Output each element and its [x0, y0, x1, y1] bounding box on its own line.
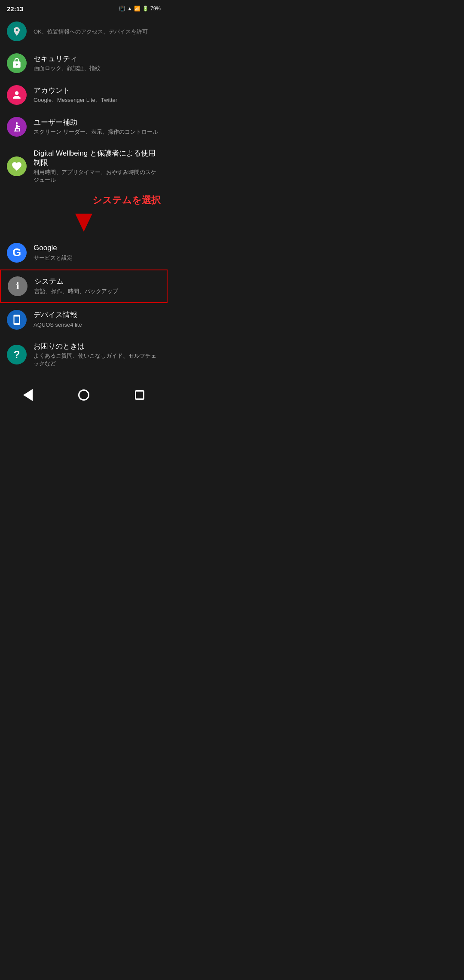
partial-item-text: OK、位置情報へのアクセス、デバイスを許可	[34, 27, 161, 36]
battery-icon: 🔋	[142, 6, 149, 12]
accessibility-icon	[7, 117, 27, 137]
svg-marker-1	[75, 214, 92, 232]
settings-list: セキュリティ 画面ロック、顔認証、指紋 アカウント Google、Messeng…	[0, 47, 168, 374]
accessibility-subtitle: スクリーン リーダー、表示、操作のコントロール	[34, 128, 161, 136]
help-icon: ?	[7, 345, 27, 364]
battery-percent: 79%	[150, 6, 161, 12]
device-icon	[7, 310, 27, 330]
back-icon	[23, 389, 33, 401]
annotation-text: システムを選択	[92, 195, 161, 205]
help-text: お困りのときは よくあるご質問、使いこなしガイド、セルフチェックなど	[34, 342, 161, 368]
system-icon: ℹ	[8, 276, 27, 296]
device-text: デバイス情報 AQUOS sense4 lite	[34, 310, 161, 328]
partial-item-icon	[7, 21, 27, 41]
settings-item-account[interactable]: アカウント Google、Messenger Lite、Twitter	[0, 79, 168, 111]
help-title: お困りのときは	[34, 342, 161, 351]
annotation-container: システムを選択	[0, 190, 168, 207]
settings-item-device[interactable]: デバイス情報 AQUOS sense4 lite	[0, 304, 168, 336]
security-text: セキュリティ 画面ロック、顔認証、指紋	[34, 54, 161, 72]
back-button[interactable]	[20, 387, 36, 403]
device-title: デバイス情報	[34, 310, 161, 320]
security-icon	[7, 53, 27, 73]
settings-item-system[interactable]: ℹ システム 言語、操作、時間、バックアップ	[0, 270, 168, 303]
account-icon	[7, 85, 27, 105]
wifi-icon: ▲	[127, 6, 132, 12]
system-text: システム 言語、操作、時間、バックアップ	[34, 277, 160, 295]
account-subtitle: Google、Messenger Lite、Twitter	[34, 96, 161, 104]
settings-item-digital-wellbeing[interactable]: Digital Wellbeing と保護者による使用制限 利用時間、アプリタイ…	[0, 143, 168, 190]
system-subtitle: 言語、操作、時間、バックアップ	[34, 288, 160, 295]
settings-item-help[interactable]: ? お困りのときは よくあるご質問、使いこなしガイド、セルフチェックなど	[0, 336, 168, 374]
home-button[interactable]	[76, 387, 92, 403]
account-title: アカウント	[34, 86, 161, 95]
security-title: セキュリティ	[34, 54, 161, 64]
settings-item-accessibility[interactable]: ユーザー補助 スクリーン リーダー、表示、操作のコントロール	[0, 111, 168, 143]
status-bar: 22:13 📳 ▲ 📶 🔋 79%	[0, 0, 168, 15]
signal-icon: 📶	[134, 6, 140, 12]
device-subtitle: AQUOS sense4 lite	[34, 321, 161, 329]
google-subtitle: サービスと設定	[34, 254, 161, 262]
accessibility-text: ユーザー補助 スクリーン リーダー、表示、操作のコントロール	[34, 118, 161, 136]
settings-item-google[interactable]: G Google サービスと設定	[0, 237, 168, 269]
digital-wellbeing-text: Digital Wellbeing と保護者による使用制限 利用時間、アプリタイ…	[34, 149, 161, 184]
svg-point-0	[16, 122, 18, 124]
vibrate-icon: 📳	[119, 6, 125, 12]
account-text: アカウント Google、Messenger Lite、Twitter	[34, 86, 161, 104]
google-icon: G	[7, 243, 27, 263]
settings-item-security[interactable]: セキュリティ 画面ロック、顔認証、指紋	[0, 47, 168, 79]
recents-button[interactable]	[132, 387, 147, 403]
partial-settings-item[interactable]: OK、位置情報へのアクセス、デバイスを許可	[0, 15, 168, 47]
status-time: 22:13	[7, 5, 23, 12]
digital-wellbeing-icon	[7, 156, 27, 176]
google-text: Google サービスと設定	[34, 243, 161, 261]
arrow-down	[0, 207, 168, 237]
system-title: システム	[34, 277, 160, 286]
recents-icon	[135, 390, 144, 400]
nav-bar	[0, 382, 168, 410]
help-subtitle: よくあるご質問、使いこなしガイド、セルフチェックなど	[34, 352, 161, 368]
security-subtitle: 画面ロック、顔認証、指紋	[34, 64, 161, 72]
google-title: Google	[34, 243, 161, 253]
home-icon	[78, 389, 89, 401]
partial-item-title: OK、位置情報へのアクセス、デバイスを許可	[34, 28, 161, 36]
digital-wellbeing-title: Digital Wellbeing と保護者による使用制限	[34, 149, 161, 168]
status-icons: 📳 ▲ 📶 🔋 79%	[119, 6, 161, 12]
digital-wellbeing-subtitle: 利用時間、アプリタイマー、おやすみ時間のスケジュール	[34, 168, 161, 184]
accessibility-title: ユーザー補助	[34, 118, 161, 127]
